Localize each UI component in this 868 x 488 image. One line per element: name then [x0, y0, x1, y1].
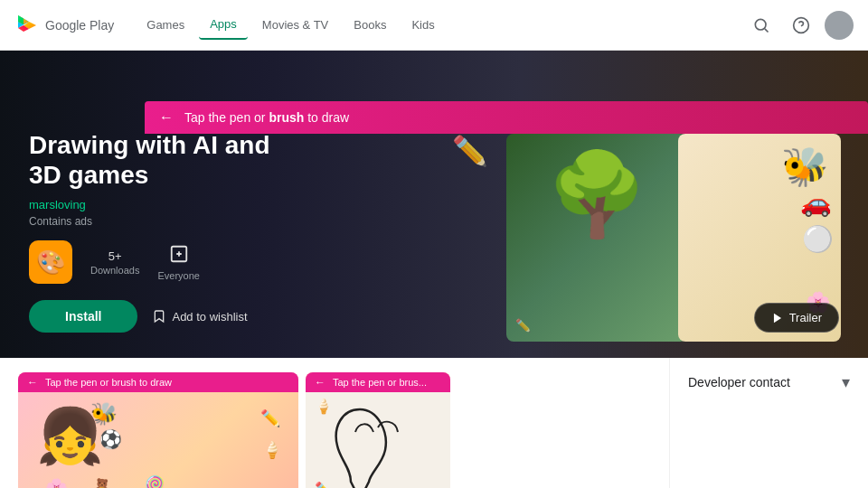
downloads-label: Downloads: [90, 265, 139, 276]
downloads-meta: 5+ Downloads: [90, 249, 139, 276]
developer-contact-chevron: ▾: [842, 372, 850, 392]
candy-sticker-icon: 🍭: [145, 475, 169, 488]
downloads-value: 5+: [108, 249, 122, 263]
rating-label: Everyone: [157, 270, 199, 281]
pencil-decoration-2: ✏️: [315, 481, 335, 488]
bookmark-icon: [152, 309, 166, 324]
nav-kids[interactable]: Kids: [401, 11, 445, 39]
rating-meta: Everyone: [157, 244, 199, 281]
bear-sticker-icon: 🧸: [90, 477, 113, 488]
rating-icon: [169, 244, 189, 268]
screenshot-1[interactable]: ← Tap the pen or brush to draw 👧 🐝 ⚽ 🌸 🧸…: [18, 372, 298, 488]
app-logo[interactable]: Google Play: [14, 13, 114, 38]
screenshots-section: ← Tap the pen or brush to draw 👧 🐝 ⚽ 🌸 🧸…: [0, 358, 669, 488]
ball-sticker-icon: ⚽: [99, 428, 122, 450]
icecream-decoration: 🍦: [315, 398, 333, 415]
nav-books[interactable]: Books: [343, 11, 397, 39]
app-icon: 🎨: [29, 240, 72, 284]
google-play-icon: [14, 13, 40, 38]
search-button[interactable]: [745, 9, 778, 42]
nav-games[interactable]: Games: [136, 11, 195, 39]
screenshot-1-content: 👧 🐝 ⚽ 🌸 🧸 🍭 ✏️ 🍦: [18, 392, 298, 488]
sidebar-right: Developer contact ▾: [669, 358, 868, 488]
app-developer[interactable]: marsloving: [29, 198, 405, 211]
app-title: Drawing with AI and3D games: [29, 130, 405, 191]
screenshot-1-arrow: ←: [27, 376, 38, 389]
trailer-label: Trailer: [789, 311, 822, 324]
screenshot-2-banner: ← Tap the pen or brus...: [306, 372, 450, 392]
svg-point-0: [755, 19, 766, 30]
drawing-outline-svg: [324, 400, 432, 488]
help-button[interactable]: [785, 9, 817, 42]
search-icon: [752, 16, 770, 34]
screenshot-2-banner-text: Tap the pen or brus...: [333, 377, 427, 388]
wishlist-label: Add to wishlist: [172, 310, 247, 324]
icecream-sticker-icon: 🍦: [262, 440, 282, 460]
app-icon-emoji: 🎨: [36, 249, 65, 277]
pencil-sticker-icon: ✏️: [260, 408, 280, 428]
bee-sticker-icon: 🐝: [90, 401, 118, 427]
nav-links: Games Apps Movies & TV Books Kids: [136, 10, 745, 40]
install-button[interactable]: Install: [29, 300, 137, 333]
developer-contact-label: Developer contact: [688, 375, 790, 389]
svg-line-1: [765, 28, 769, 32]
screenshot-1-banner-text: Tap the pen or brush to draw: [45, 377, 172, 388]
app-actions: Install Add to wishlist: [29, 300, 405, 333]
user-avatar[interactable]: [825, 11, 854, 40]
pencil-decoration: ✏️: [452, 134, 488, 168]
play-icon: [771, 312, 784, 324]
nav-movies[interactable]: Movies & TV: [251, 11, 339, 39]
screenshot-2-arrow: ←: [315, 376, 326, 389]
nav-apps[interactable]: Apps: [199, 10, 248, 40]
app-info: Drawing with AI and3D games marsloving C…: [0, 51, 434, 358]
nav-actions: [745, 9, 854, 42]
screenshot-2[interactable]: ← Tap the pen or brus... ✏️ 🍦: [306, 372, 450, 488]
floating-pokeball-icon: ⚪: [802, 224, 834, 254]
trailer-button[interactable]: Trailer: [754, 303, 839, 333]
help-icon: [792, 16, 810, 34]
screenshot-2-content: ✏️ 🍦: [306, 392, 450, 488]
wishlist-button[interactable]: Add to wishlist: [152, 309, 247, 324]
hero-section: ← Tap the pen or brush to draw 🌳 ✏️ 🐝 🚗 …: [0, 51, 868, 358]
main-content: ← Tap the pen or brush to draw 👧 🐝 ⚽ 🌸 🧸…: [0, 358, 868, 488]
svg-marker-5: [774, 313, 781, 323]
app-meta-row: 🎨 5+ Downloads Everyone: [29, 240, 405, 284]
contains-ads-label: Contains ads: [29, 215, 405, 228]
navbar: Google Play Games Apps Movies & TV Books…: [0, 0, 868, 51]
screenshot-1-banner: ← Tap the pen or brush to draw: [18, 372, 298, 392]
developer-contact[interactable]: Developer contact ▾: [688, 372, 850, 392]
hero-tree-thumbnail: 🌳 ✏️: [506, 134, 687, 342]
flower-sticker-icon: 🌸: [45, 477, 68, 488]
logo-text: Google Play: [45, 18, 114, 33]
